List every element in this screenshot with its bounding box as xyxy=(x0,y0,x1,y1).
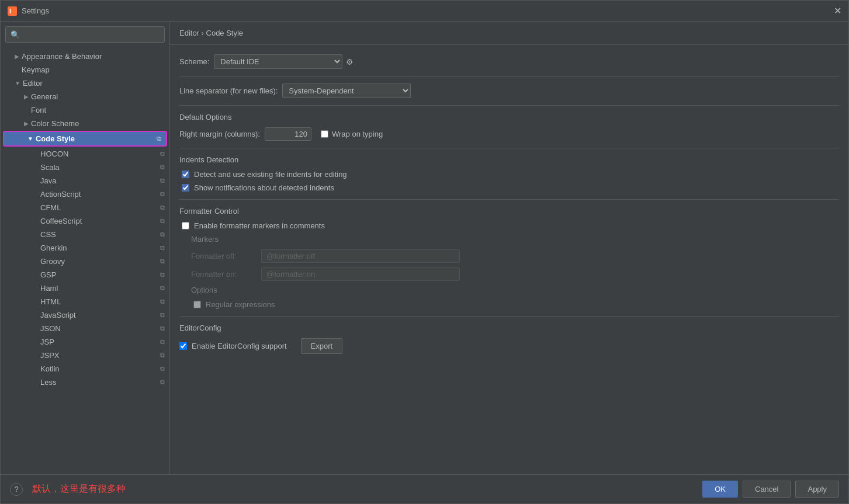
sidebar-item-html[interactable]: ▶ HTML ⧉ xyxy=(1,295,169,308)
separator-5 xyxy=(179,316,839,317)
page-icon: ⧉ xyxy=(160,177,165,185)
sidebar-item-label: JSON xyxy=(40,324,160,333)
page-icon: ⧉ xyxy=(160,378,165,386)
wrap-on-typing-checkbox[interactable] xyxy=(321,130,328,138)
sidebar-item-coffeescript[interactable]: ▶ CoffeeScript ⧉ xyxy=(1,214,169,228)
apply-button[interactable]: Apply xyxy=(795,481,839,498)
sidebar-item-javascript[interactable]: ▶ JavaScript ⧉ xyxy=(1,308,169,322)
search-input[interactable] xyxy=(23,30,160,39)
page-icon: ⧉ xyxy=(160,298,165,305)
sidebar-item-scala[interactable]: ▶ Scala ⧉ xyxy=(1,161,169,174)
cancel-button[interactable]: Cancel xyxy=(743,481,791,498)
enable-formatter-row: Enable formatter markers in comments xyxy=(179,221,839,230)
sidebar-item-less[interactable]: ▶ Less ⧉ xyxy=(1,376,169,389)
scheme-select[interactable]: Default IDE xyxy=(214,54,342,69)
chinese-note: 默认，这里是有很多种 xyxy=(32,483,126,495)
show-notifications-label: Show notifications about detected indent… xyxy=(194,183,334,192)
bottom-actions: OK Cancel Apply xyxy=(702,481,839,498)
formatter-on-label: Formatter on: xyxy=(191,270,261,279)
search-icon: 🔍 xyxy=(11,30,20,39)
sidebar-item-actionscript[interactable]: ▶ ActionScript ⧉ xyxy=(1,187,169,201)
line-separator-label: Line separator (for new files): xyxy=(179,86,278,95)
page-icon: ⧉ xyxy=(160,190,165,198)
sidebar-item-label: ActionScript xyxy=(40,190,160,199)
arrow-icon: ▼ xyxy=(15,80,20,86)
right-margin-input[interactable] xyxy=(265,127,311,141)
scheme-gear-button[interactable]: ⚙ xyxy=(342,55,357,68)
enable-editor-config-checkbox[interactable] xyxy=(179,342,187,350)
sidebar-item-label: Java xyxy=(40,176,160,185)
regular-expressions-row: Regular expressions xyxy=(179,300,839,309)
sidebar-item-label: Font xyxy=(31,106,165,114)
wrap-on-typing-label: Wrap on typing xyxy=(332,130,383,138)
default-options-title: Default Options xyxy=(179,113,839,121)
sidebar-item-hocon[interactable]: ▶ HOCON ⧉ xyxy=(1,147,169,161)
sidebar-item-font[interactable]: ▶ Font xyxy=(1,103,169,117)
separator-2 xyxy=(179,105,839,106)
sidebar-item-label: Scala xyxy=(40,163,160,172)
regular-expressions-checkbox[interactable] xyxy=(193,301,201,308)
sidebar-item-label: CoffeeScript xyxy=(40,217,160,225)
markers-title: Markers xyxy=(179,235,839,244)
indents-detection-title: Indents Detection xyxy=(179,155,839,164)
sidebar-item-kotlin[interactable]: ▶ Kotlin ⧉ xyxy=(1,362,169,376)
close-button[interactable]: ✕ xyxy=(834,5,841,16)
sidebar-item-cfml[interactable]: ▶ CFML ⧉ xyxy=(1,201,169,214)
formatter-off-label: Formatter off: xyxy=(191,252,261,260)
sidebar-item-color-scheme[interactable]: ▶ Color Scheme xyxy=(1,117,169,130)
scheme-row: Scheme: Default IDE ⚙ xyxy=(179,54,839,69)
sidebar-item-keymap[interactable]: ▶ Keymap xyxy=(1,63,169,77)
sidebar-item-jsp[interactable]: ▶ JSP ⧉ xyxy=(1,335,169,349)
ok-button[interactable]: OK xyxy=(702,481,738,498)
sidebar-item-label: JavaScript xyxy=(40,311,160,319)
page-icon: ⧉ xyxy=(160,271,165,279)
wrap-on-typing-area: Wrap on typing xyxy=(321,130,383,138)
line-separator-select[interactable]: System-Dependent xyxy=(282,84,411,98)
main-content: Editor › Code Style Scheme: Default IDE … xyxy=(170,22,848,474)
right-margin-row: Right margin (columns): Wrap on typing xyxy=(179,127,839,141)
sidebar-item-label: CFML xyxy=(40,203,160,212)
regular-expressions-label: Regular expressions xyxy=(206,300,275,309)
sidebar-item-gsp[interactable]: ▶ GSP ⧉ xyxy=(1,268,169,281)
sidebar-item-css[interactable]: ▶ CSS ⧉ xyxy=(1,228,169,241)
detect-indents-label: Detect and use existing file indents for… xyxy=(194,170,347,179)
sidebar-item-haml[interactable]: ▶ Haml ⧉ xyxy=(1,281,169,295)
sidebar: 🔍 ▶ Appearance & Behavior ▶ Keymap ▼ xyxy=(1,22,170,474)
sidebar-item-groovy[interactable]: ▶ Groovy ⧉ xyxy=(1,255,169,268)
sidebar-item-label: General xyxy=(31,92,165,101)
breadcrumb: Editor › Code Style xyxy=(170,22,848,45)
page-icon: ⧉ xyxy=(160,284,165,292)
sidebar-item-code-style[interactable]: ▼ Code Style ⧉ xyxy=(3,131,167,147)
formatter-off-row: Formatter off: xyxy=(191,249,839,263)
arrow-icon: ▶ xyxy=(24,120,29,127)
formatter-control-title: Formatter Control xyxy=(179,207,839,215)
sidebar-item-label: Keymap xyxy=(22,65,165,74)
page-icon: ⧉ xyxy=(160,164,165,171)
page-icon: ⧉ xyxy=(160,311,165,319)
show-notifications-row: Show notifications about detected indent… xyxy=(179,183,839,192)
search-box[interactable]: 🔍 xyxy=(5,26,165,43)
export-button[interactable]: Export xyxy=(301,338,343,354)
sidebar-item-java[interactable]: ▶ Java ⧉ xyxy=(1,174,169,187)
enable-formatter-checkbox[interactable] xyxy=(182,222,189,230)
page-icon: ⧉ xyxy=(160,217,165,225)
page-icon: ⧉ xyxy=(160,325,165,332)
formatter-off-input[interactable] xyxy=(261,249,460,263)
window-title: Settings xyxy=(22,6,49,15)
sidebar-item-jspx[interactable]: ▶ JSPX ⧉ xyxy=(1,349,169,362)
formatter-on-input[interactable] xyxy=(261,267,460,281)
page-icon: ⧉ xyxy=(160,204,165,211)
detect-indents-checkbox[interactable] xyxy=(182,171,189,178)
sidebar-item-gherkin[interactable]: ▶ Gherkin ⧉ xyxy=(1,241,169,255)
show-notifications-checkbox[interactable] xyxy=(182,184,189,192)
sidebar-item-editor[interactable]: ▼ Editor xyxy=(1,77,169,90)
sidebar-item-appearance[interactable]: ▶ Appearance & Behavior xyxy=(1,50,169,63)
enable-editor-config-label: Enable EditorConfig support xyxy=(192,342,287,350)
sidebar-item-general[interactable]: ▶ General xyxy=(1,90,169,103)
title-bar: I Settings ✕ xyxy=(1,1,848,22)
sidebar-item-json[interactable]: ▶ JSON ⧉ xyxy=(1,322,169,335)
editor-config-row: Enable EditorConfig support Export xyxy=(179,338,839,354)
page-icon: ⧉ xyxy=(160,365,165,373)
help-button[interactable]: ? xyxy=(10,483,23,496)
sidebar-item-label: Appearance & Behavior xyxy=(22,52,165,61)
